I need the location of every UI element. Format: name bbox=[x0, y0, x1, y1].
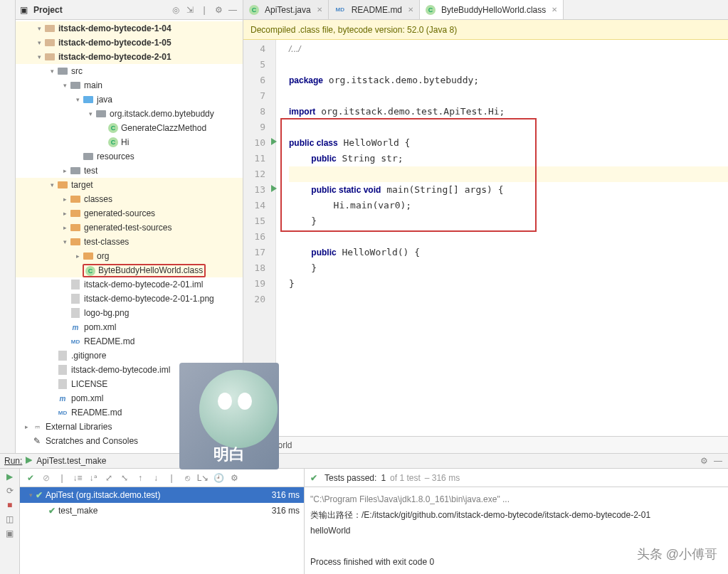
line-number: 11 bbox=[243, 151, 275, 166]
code-line[interactable]: public static void main(String[] args) { bbox=[289, 182, 728, 198]
tree-item-label: .gitignore bbox=[71, 351, 106, 361]
ignored-filter-icon[interactable]: ⊘ bbox=[40, 473, 53, 483]
code-line[interactable]: import org.itstack.demo.test.ApiTest.Hi; bbox=[289, 104, 728, 119]
tree-twisty-icon[interactable]: ▾ bbox=[47, 68, 57, 75]
cls-c-icon: C bbox=[426, 5, 436, 15]
editor-tab[interactable]: MDREADME.md✕ bbox=[329, 0, 420, 19]
tree-twisty-icon[interactable]: ▸ bbox=[60, 167, 70, 174]
console-output[interactable]: "C:\Program Files\Java\jdk1.8.0_161\bin\… bbox=[305, 487, 728, 574]
tree-item[interactable]: ▾org.itstack.demo.bytebuddy bbox=[16, 107, 243, 121]
tree-twisty-icon[interactable]: ▾ bbox=[34, 25, 44, 32]
tree-item[interactable]: itstack-demo-bytecode-2-01-1.png bbox=[16, 292, 243, 306]
tree-item[interactable]: ▾itstack-demo-bytecode-1-05 bbox=[16, 36, 243, 50]
editor-tabs[interactable]: CApiTest.java✕MDREADME.md✕CByteBuddyHell… bbox=[243, 0, 728, 20]
code-line[interactable] bbox=[289, 119, 728, 135]
test-tree[interactable]: ▾✔ApiTest (org.itstack.demo.test)316 ms✔… bbox=[20, 487, 304, 574]
code-line[interactable] bbox=[289, 88, 728, 104]
sort-down-icon[interactable]: ↓≡ bbox=[71, 473, 84, 483]
tree-item[interactable]: ▾java bbox=[16, 92, 243, 107]
tree-item[interactable]: ▾src bbox=[16, 64, 243, 78]
tree-item[interactable]: .gitignore bbox=[16, 349, 243, 363]
tree-twisty-icon[interactable]: ▾ bbox=[73, 96, 83, 103]
tree-item[interactable]: ▸classes bbox=[16, 192, 243, 206]
tree-twisty-icon[interactable]: ▾ bbox=[60, 238, 70, 245]
collapse-all-icon[interactable]: ⇲ bbox=[184, 4, 196, 16]
tree-twisty-icon[interactable]: ▸ bbox=[60, 210, 70, 217]
tree-item[interactable]: ▸generated-sources bbox=[16, 206, 243, 220]
locate-icon[interactable]: ◎ bbox=[170, 4, 181, 16]
close-icon[interactable]: ✕ bbox=[317, 6, 322, 14]
next-icon[interactable]: ↓ bbox=[149, 473, 162, 483]
editor-tab[interactable]: CApiTest.java✕ bbox=[243, 0, 329, 19]
tree-item[interactable]: mpom.xml bbox=[16, 320, 243, 334]
tree-item[interactable]: ▾test-classes bbox=[16, 235, 243, 249]
toggle-icon[interactable]: ⟳ bbox=[6, 486, 14, 496]
sort-icon[interactable]: ↓ᵃ bbox=[87, 473, 100, 483]
tree-item[interactable]: ▸generated-test-sources bbox=[16, 220, 243, 235]
gear-icon[interactable]: ⚙ bbox=[228, 473, 241, 483]
import-icon[interactable]: L↘ bbox=[196, 473, 209, 483]
code-line[interactable] bbox=[289, 292, 728, 307]
tree-item[interactable]: MDREADME.md bbox=[16, 334, 243, 349]
tree-item[interactable]: ▾itstack-demo-bytecode-2-01 bbox=[16, 50, 243, 64]
breadcrumb[interactable]: HelloWorld bbox=[243, 436, 728, 453]
gear-icon[interactable]: ⚙ bbox=[698, 455, 709, 467]
hide-icon[interactable]: — bbox=[227, 4, 238, 16]
tree-item[interactable]: logo-bg.png bbox=[16, 306, 243, 320]
tree-item[interactable]: ▸test bbox=[16, 164, 243, 178]
code-line[interactable] bbox=[289, 229, 728, 245]
tree-item[interactable]: CByteBuddyHelloWorld.class bbox=[16, 263, 243, 277]
hide-icon[interactable]: — bbox=[712, 455, 724, 467]
test-label: ApiTest (org.itstack.demo.test) bbox=[46, 490, 160, 500]
line-number: 12 bbox=[243, 166, 275, 182]
stop-icon[interactable]: ■ bbox=[7, 500, 12, 510]
tree-item[interactable]: CHi bbox=[16, 135, 243, 149]
test-row[interactable]: ▾✔ApiTest (org.itstack.demo.test)316 ms bbox=[20, 487, 304, 503]
code-line[interactable]: public HelloWorld() { bbox=[289, 245, 728, 260]
code-line[interactable]: Hi.main(var0); bbox=[289, 198, 728, 213]
history-icon[interactable]: 🕘 bbox=[212, 473, 225, 483]
tree-twisty-icon[interactable]: ▾ bbox=[34, 39, 44, 46]
code-line[interactable]: package org.itstack.demo.bytebuddy; bbox=[289, 73, 728, 88]
editor-tab[interactable]: CByteBuddyHelloWorld.class✕ bbox=[420, 0, 564, 19]
tab-label: ApiTest.java bbox=[265, 5, 311, 15]
tree-item[interactable]: resources bbox=[16, 149, 243, 164]
code-line[interactable]: } bbox=[289, 260, 728, 276]
gear-icon[interactable]: ⚙ bbox=[213, 4, 224, 16]
tree-twisty-icon[interactable]: ▸ bbox=[73, 253, 83, 260]
editor-code[interactable]: /.../package org.itstack.demo.bytebuddy;… bbox=[276, 40, 728, 436]
code-line[interactable] bbox=[289, 166, 728, 182]
prev-icon[interactable]: ↑ bbox=[134, 473, 147, 483]
tree-item[interactable]: ▾target bbox=[16, 178, 243, 192]
tree-twisty-icon[interactable]: ▸ bbox=[60, 196, 70, 203]
export-icon[interactable]: ⎋ bbox=[181, 473, 194, 483]
close-icon[interactable]: ✕ bbox=[408, 6, 413, 14]
tree-twisty-icon[interactable]: ▾ bbox=[60, 82, 70, 89]
tree-twisty-icon[interactable]: ▾ bbox=[47, 181, 57, 188]
code-line[interactable]: public String str; bbox=[289, 151, 728, 166]
code-line[interactable]: } bbox=[289, 213, 728, 229]
tree-twisty-icon[interactable]: ▸ bbox=[60, 224, 70, 231]
tree-item[interactable]: ▾main bbox=[16, 78, 243, 92]
code-line[interactable]: } bbox=[289, 276, 728, 292]
collapse-icon[interactable]: ⤡ bbox=[118, 473, 131, 483]
tree-item[interactable]: ▸org bbox=[16, 249, 243, 263]
rerun-icon[interactable]: ▶ bbox=[6, 472, 13, 482]
code-line[interactable]: /.../ bbox=[289, 41, 728, 57]
editor[interactable]: 4567891011121314151617181920 /.../packag… bbox=[243, 40, 728, 436]
expand-icon[interactable]: ⤢ bbox=[102, 473, 115, 483]
layout-icon[interactable]: ◫ bbox=[6, 514, 14, 524]
code-line[interactable] bbox=[289, 57, 728, 73]
passed-filter-icon[interactable]: ✔ bbox=[24, 473, 37, 483]
pin-icon[interactable]: ▣ bbox=[6, 528, 14, 538]
tree-twisty-icon[interactable]: ▸ bbox=[21, 423, 31, 430]
close-icon[interactable]: ✕ bbox=[552, 6, 557, 14]
code-line[interactable]: public class HelloWorld { bbox=[289, 135, 728, 151]
tree-twisty-icon[interactable]: ▾ bbox=[34, 53, 44, 60]
run-config-name[interactable]: ApiTest.test_make bbox=[36, 456, 106, 466]
tree-item[interactable]: itstack-demo-bytecode-2-01.iml bbox=[16, 277, 243, 292]
test-row[interactable]: ✔test_make316 ms bbox=[20, 503, 304, 519]
tree-item[interactable]: CGenerateClazzMethod bbox=[16, 121, 243, 135]
tree-item[interactable]: ▾itstack-demo-bytecode-1-04 bbox=[16, 21, 243, 36]
tree-twisty-icon[interactable]: ▾ bbox=[85, 110, 95, 117]
